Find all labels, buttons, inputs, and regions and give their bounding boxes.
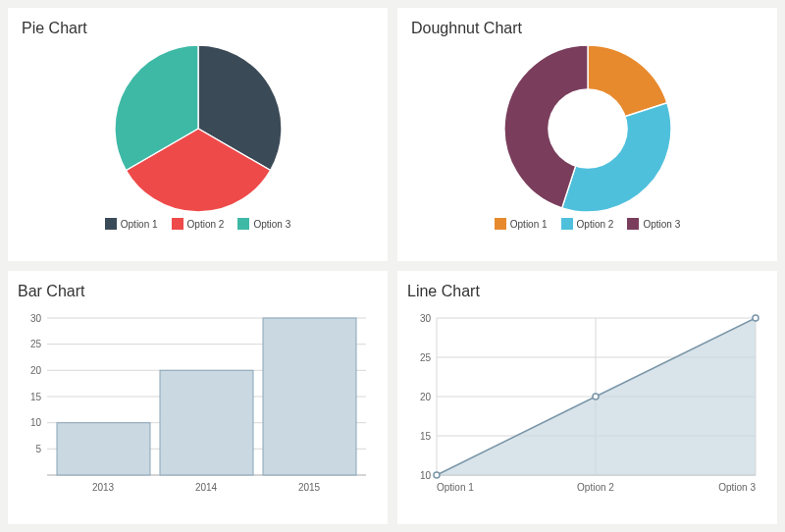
bar-ytick-2: 20	[30, 365, 42, 376]
pie-legend-label-3: Option 3	[253, 219, 290, 230]
doughnut-legend: Option 1 Option 2 Option 3	[411, 218, 763, 230]
doughnut-legend-label-2: Option 2	[577, 219, 614, 230]
line-ytick-4: 10	[420, 470, 432, 481]
bar-2	[160, 370, 253, 475]
swatch-icon	[627, 218, 639, 230]
bar-ytick-0: 30	[30, 313, 42, 324]
line-chart-panel: Line Chart 30 25 20 15 10	[397, 271, 777, 524]
pie-legend: Option 1 Option 2 Option 3	[22, 218, 374, 230]
doughnut-legend-item-1: Option 1	[495, 218, 548, 230]
line-chart-svg: 30 25 20 15 10 Option 1 Option 2 Option …	[407, 308, 760, 505]
pie-legend-item-3: Option 3	[237, 218, 290, 230]
bar-xlabel-1: 2014	[195, 482, 218, 493]
line-xlabel-0: Option 1	[437, 482, 474, 493]
swatch-icon	[237, 218, 249, 230]
line-xlabel-1: Option 2	[577, 482, 614, 493]
swatch-icon	[105, 218, 117, 230]
bar-chart-svg: 30 25 20 15 10 5 2013 2014 2015	[18, 308, 371, 505]
line-point-2	[593, 394, 599, 399]
bar-chart-title: Bar Chart	[18, 283, 378, 300]
bar-ytick-3: 15	[30, 392, 42, 402]
swatch-icon	[172, 218, 183, 230]
bar-chart-panel: Bar Chart 30 25 20 15 10 5	[8, 271, 388, 524]
doughnut-chart-title: Doughnut Chart	[411, 20, 763, 37]
pie-legend-item-2: Option 2	[172, 218, 225, 230]
line-point-3	[753, 315, 759, 321]
pie-chart-area	[22, 45, 374, 212]
pie-chart-title: Pie Chart	[22, 20, 374, 37]
line-chart-title: Line Chart	[407, 283, 767, 300]
doughnut-hole	[548, 88, 628, 169]
line-ytick-0: 30	[420, 313, 432, 324]
doughnut-chart-svg	[504, 45, 671, 212]
doughnut-legend-item-3: Option 3	[627, 218, 680, 230]
bar-xlabel-0: 2013	[92, 482, 115, 493]
doughnut-legend-label-1: Option 1	[510, 219, 548, 230]
bar-3	[263, 318, 356, 475]
swatch-icon	[561, 218, 573, 230]
doughnut-legend-label-3: Option 3	[643, 219, 680, 230]
line-ytick-3: 15	[420, 431, 432, 442]
doughnut-chart-area	[411, 45, 763, 212]
line-ytick-2: 20	[420, 392, 432, 402]
pie-legend-label-2: Option 2	[187, 219, 225, 230]
doughnut-legend-item-2: Option 2	[561, 218, 614, 230]
pie-legend-item-1: Option 1	[105, 218, 158, 230]
line-point-1	[434, 472, 440, 478]
line-xlabel-2: Option 3	[718, 482, 756, 493]
swatch-icon	[495, 218, 506, 230]
bar-xlabel-2: 2015	[298, 482, 321, 493]
doughnut-chart-panel: Doughnut Chart Option 1 Option 2 Option …	[397, 8, 777, 261]
bar-1	[57, 423, 150, 475]
pie-chart-panel: Pie Chart Option 1 Option 2 Option 3	[8, 8, 388, 261]
pie-chart-svg	[115, 45, 282, 212]
bar-ytick-4: 10	[30, 417, 42, 428]
bar-ytick-1: 25	[30, 339, 42, 349]
pie-legend-label-1: Option 1	[121, 219, 158, 230]
dashboard-grid: Pie Chart Option 1 Option 2 Option 3 Dou…	[8, 8, 777, 524]
bar-ytick-5: 5	[35, 444, 41, 454]
line-ytick-1: 25	[420, 352, 432, 363]
